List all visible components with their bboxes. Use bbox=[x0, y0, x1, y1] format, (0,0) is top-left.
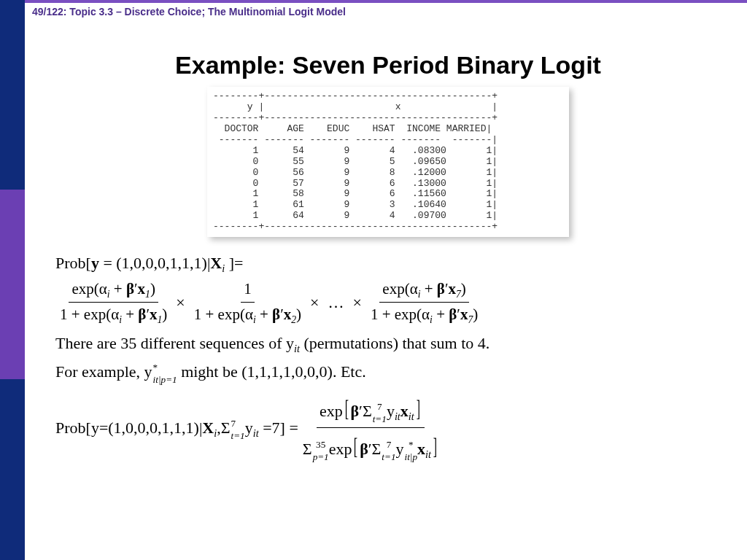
data-table: --------+-------------------------------… bbox=[207, 87, 569, 237]
top-border bbox=[25, 0, 747, 3]
times-1: × bbox=[176, 289, 185, 315]
frac-7: exp(αi + β′x7) 1 + exp(αi + β′x7) bbox=[368, 277, 481, 327]
slide-content: Example: Seven Period Binary Logit -----… bbox=[51, 51, 725, 467]
prob-label: Prob[y = (1,0,0,0,1,1,1)|Xi ]= bbox=[55, 250, 243, 276]
frac-2: 1 1 + exp(αi + β′x2) bbox=[191, 277, 304, 327]
slide-title: Example: Seven Period Binary Logit bbox=[51, 51, 725, 79]
frac-1: exp(αi + β′x1) 1 + exp(αi + β′x1) bbox=[57, 277, 170, 327]
text-line-1: There are 35 different sequences of yit … bbox=[55, 330, 725, 356]
prob-line: Prob[y = (1,0,0,0,1,1,1)|Xi ]= bbox=[55, 250, 725, 276]
sidebar-accent-purple bbox=[0, 190, 25, 379]
final-frac: exp[β′Σ7t=1yitxit] Σ35p=1exp[β′Σ7t=1y*it… bbox=[300, 390, 442, 465]
dots: … bbox=[328, 289, 344, 315]
times-3: × bbox=[353, 289, 362, 315]
times-2: × bbox=[310, 289, 319, 315]
slide: 49/122: Topic 3.3 – Discrete Choice; The… bbox=[0, 0, 747, 560]
slide-header: 49/122: Topic 3.3 – Discrete Choice; The… bbox=[32, 6, 346, 18]
prob-line-2: Prob[y=(1,0,0,0,1,1,1)|Xi,Σ7t=1yit =7] =… bbox=[55, 390, 725, 465]
prob2-lhs: Prob[y=(1,0,0,0,1,1,1)|Xi,Σ7t=1yit =7] = bbox=[55, 415, 298, 440]
math-block: Prob[y = (1,0,0,0,1,1,1)|Xi ]= exp(αi + … bbox=[55, 250, 725, 465]
product-line: exp(αi + β′x1) 1 + exp(αi + β′x1) × 1 1 … bbox=[55, 277, 725, 327]
text-line-2: For example, y*it|p=1 might be (1,1,1,1,… bbox=[55, 359, 725, 384]
